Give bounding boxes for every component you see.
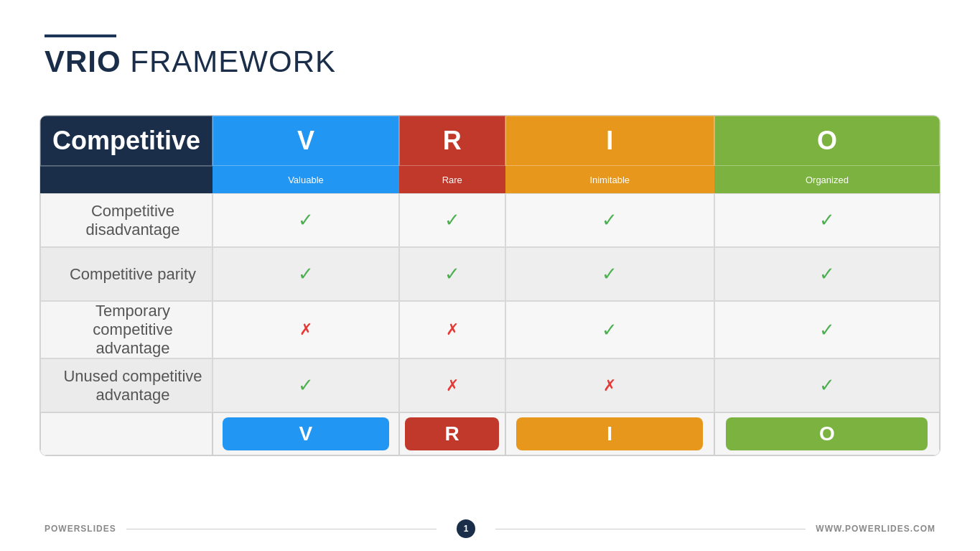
column-sub-r: Rare xyxy=(399,166,505,193)
row-i-cell: ✓ xyxy=(505,247,714,301)
row-r-cell: ✗ xyxy=(399,358,505,412)
row-label-cell: Unused competitive advantage xyxy=(40,358,213,412)
row-r-cell: ✓ xyxy=(399,193,505,247)
check-icon: ✓ xyxy=(298,263,314,284)
footer-i-cell: I xyxy=(505,412,714,455)
column-header-label: Competitive xyxy=(40,116,213,166)
footer-o-btn: O xyxy=(726,417,928,450)
footer-i-btn: I xyxy=(516,417,703,450)
footer-v-btn: V xyxy=(223,417,389,450)
column-header-o: O xyxy=(714,116,940,166)
v-sub-label: Valuable xyxy=(288,175,324,185)
row-i-cell: ✗ xyxy=(505,358,714,412)
column-header-i: I xyxy=(505,116,714,166)
table-row: Unused competitive advantage✓✗✗✓ xyxy=(40,358,940,412)
slide-container: VRIO FRAMEWORK Competitive V R I xyxy=(0,0,980,551)
title-rest: FRAMEWORK xyxy=(121,45,336,78)
check-icon: ✓ xyxy=(819,263,835,284)
check-icon: ✓ xyxy=(819,374,835,396)
row-o-cell: ✓ xyxy=(714,358,940,412)
row-o-cell: ✓ xyxy=(714,247,940,301)
i-letter: I xyxy=(606,126,613,155)
table-row: Competitive disadvantage✓✓✓✓ xyxy=(40,193,940,247)
table-body: Competitive disadvantage✓✓✓✓Competitive … xyxy=(40,193,940,412)
check-icon: ✓ xyxy=(444,263,460,284)
row-v-cell: ✓ xyxy=(213,358,399,412)
check-icon: ✓ xyxy=(444,209,460,231)
row-i-cell: ✓ xyxy=(505,193,714,247)
footer-line-left xyxy=(126,529,437,529)
row-label-cell: Competitive disadvantage xyxy=(40,193,213,247)
footer-label-cell xyxy=(40,412,213,455)
cross-icon: ✗ xyxy=(603,376,616,394)
table-row: Competitive parity✓✓✓✓ xyxy=(40,247,940,301)
column-sub-o: Organized xyxy=(714,166,940,193)
header-row-letters: Competitive V R I O xyxy=(40,116,940,166)
footer-brand-left: POWERSLIDES xyxy=(45,524,116,534)
row-r-cell: ✓ xyxy=(399,247,505,301)
cross-icon: ✗ xyxy=(446,320,459,338)
table-row: Temporary competitive advantage✗✗✓✓ xyxy=(40,301,940,358)
column-sub-v: Valuable xyxy=(213,166,399,193)
table-wrapper: Competitive V R I O xyxy=(39,115,941,486)
o-sub-label: Organized xyxy=(806,175,849,185)
footer-row: V R I O xyxy=(40,412,940,455)
footer-bar: POWERSLIDES 1 WWW.POWERLIDES.COM xyxy=(45,519,935,538)
column-header-v: V xyxy=(213,116,399,166)
r-letter: R xyxy=(443,126,462,155)
v-letter: V xyxy=(297,126,314,155)
check-icon: ✓ xyxy=(298,209,314,231)
row-r-cell: ✗ xyxy=(399,301,505,358)
competitive-label: Competitive xyxy=(52,126,200,155)
footer-o-cell: O xyxy=(714,412,940,455)
check-icon: ✓ xyxy=(602,319,617,341)
footer-r-btn: R xyxy=(405,417,499,450)
header-row-subtitles: Valuable Rare Inimitable Organized xyxy=(40,166,940,193)
cross-icon: ✗ xyxy=(299,320,312,338)
footer-brand-right: WWW.POWERLIDES.COM xyxy=(816,524,935,534)
column-sub-i: Inimitable xyxy=(505,166,714,193)
row-v-cell: ✓ xyxy=(213,247,399,301)
row-v-cell: ✓ xyxy=(213,193,399,247)
check-icon: ✓ xyxy=(819,319,835,341)
i-sub-label: Inimitable xyxy=(589,175,630,185)
check-icon: ✓ xyxy=(602,263,617,284)
page-title: VRIO FRAMEWORK xyxy=(45,45,336,79)
footer-v-cell: V xyxy=(213,412,399,455)
o-letter: O xyxy=(817,126,837,155)
row-o-cell: ✓ xyxy=(714,301,940,358)
footer-page-number: 1 xyxy=(457,519,475,538)
footer-r-cell: R xyxy=(399,412,505,455)
row-label-cell: Temporary competitive advantage xyxy=(40,301,213,358)
row-v-cell: ✗ xyxy=(213,301,399,358)
check-icon: ✓ xyxy=(819,209,835,231)
header: VRIO FRAMEWORK xyxy=(45,34,336,79)
check-icon: ✓ xyxy=(602,209,617,231)
r-sub-label: Rare xyxy=(442,175,462,185)
check-icon: ✓ xyxy=(298,374,314,396)
row-label-cell: Competitive parity xyxy=(40,247,213,301)
row-i-cell: ✓ xyxy=(505,301,714,358)
vrio-table: Competitive V R I O xyxy=(39,115,941,456)
column-header-r: R xyxy=(399,116,505,166)
column-sub-label xyxy=(40,166,213,193)
row-o-cell: ✓ xyxy=(714,193,940,247)
footer-line-right xyxy=(495,529,806,529)
title-bold: VRIO xyxy=(45,45,121,78)
cross-icon: ✗ xyxy=(446,376,459,394)
header-line xyxy=(45,34,116,37)
